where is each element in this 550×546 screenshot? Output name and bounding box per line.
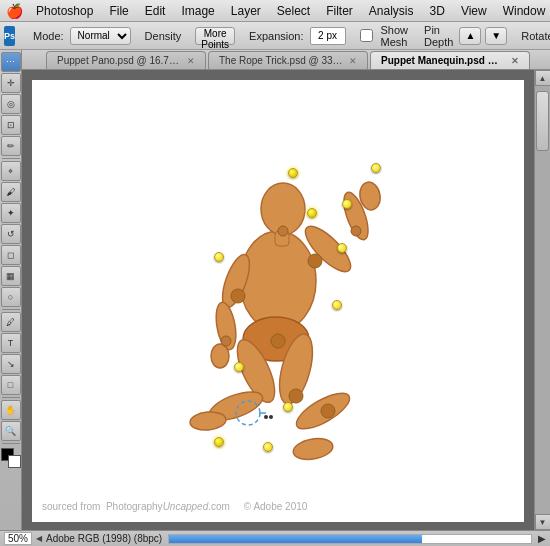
scroll-thumb[interactable] [536, 91, 549, 151]
tool-warp[interactable]: ⋯ [1, 52, 21, 72]
tab-1[interactable]: The Rope Trick.psd @ 33.3% (R... ✕ [208, 51, 368, 69]
pin-8[interactable] [283, 402, 293, 412]
menu-analysis[interactable]: Analysis [362, 2, 421, 20]
background-color[interactable] [8, 455, 21, 468]
status-menu-arrow[interactable]: ◀ [36, 534, 42, 543]
menu-edit[interactable]: Edit [138, 2, 173, 20]
menu-image[interactable]: Image [174, 2, 221, 20]
more-points-button[interactable]: More Points [195, 27, 235, 45]
tab-2-close[interactable]: ✕ [511, 56, 519, 66]
status-progress-bar [168, 534, 532, 544]
tool-stamp[interactable]: ✦ [1, 203, 21, 223]
menu-photoshop[interactable]: Photoshop [29, 2, 100, 20]
pin-depth-up-button[interactable]: ▲ [459, 27, 481, 45]
tab-2[interactable]: Puppet Manequin.psd @ 50% * ✕ [370, 51, 530, 69]
pin-3[interactable] [214, 252, 224, 262]
tab-bar: Puppet Pano.psd @ 16.7% (Mum... ✕ The Ro… [22, 50, 550, 70]
expansion-input[interactable] [310, 27, 346, 45]
status-info: Adobe RGB (1998) (8bpc) [46, 533, 162, 544]
apple-menu-icon[interactable]: 🍎 [6, 3, 23, 19]
show-mesh-label: Show Mesh [379, 24, 411, 48]
canvas-document: sourced from PhotographyUncapped.com © A… [32, 80, 524, 522]
foreground-background-colors[interactable] [1, 448, 21, 468]
mannequin-area: sourced from PhotographyUncapped.com © A… [32, 80, 524, 522]
workspace: sourced from PhotographyUncapped.com © A… [22, 70, 550, 530]
tool-move[interactable]: ✛ [1, 73, 21, 93]
tool-dodge[interactable]: ○ [1, 287, 21, 307]
rotate-label: Rotate [519, 30, 550, 42]
watermark: sourced from PhotographyUncapped.com © A… [42, 501, 307, 512]
scroll-track[interactable] [535, 86, 550, 514]
pin-6[interactable] [332, 300, 342, 310]
menu-bar: 🍎 Photoshop File Edit Image Layer Select… [0, 0, 550, 22]
tool-separator-3 [2, 397, 20, 398]
tool-separator-1 [2, 158, 20, 159]
menu-layer[interactable]: Layer [224, 2, 268, 20]
main-layout: ⋯ ✛ ◎ ⊡ ✏ ⌖ 🖌 ✦ ↺ ◻ ▦ ○ 🖊 T ↘ □ ✋ 🔍 Pupp… [0, 50, 550, 530]
ps-logo: Ps [4, 26, 15, 46]
toolbox: ⋯ ✛ ◎ ⊡ ✏ ⌖ 🖌 ✦ ↺ ◻ ▦ ○ 🖊 T ↘ □ ✋ 🔍 [0, 50, 22, 530]
canvas-area[interactable]: sourced from PhotographyUncapped.com © A… [22, 70, 550, 530]
tab-0[interactable]: Puppet Pano.psd @ 16.7% (Mum... ✕ [46, 51, 206, 69]
pin-depth-down-button[interactable]: ▼ [485, 27, 507, 45]
menu-3d[interactable]: 3D [423, 2, 452, 20]
mode-select[interactable]: Normal [70, 27, 131, 45]
status-progress-fill [169, 535, 422, 543]
status-right-arrow[interactable]: ▶ [538, 533, 546, 544]
tool-separator-2 [2, 309, 20, 310]
status-bar: 50% ◀ Adobe RGB (1998) (8bpc) ▶ [0, 530, 550, 546]
zoom-level[interactable]: 50% [4, 532, 32, 545]
tool-brush[interactable]: 🖌 [1, 182, 21, 202]
menu-file[interactable]: File [102, 2, 135, 20]
vertical-scrollbar: ▲ ▼ [534, 70, 550, 530]
menu-view[interactable]: View [454, 2, 494, 20]
scroll-up-arrow[interactable]: ▲ [535, 70, 551, 86]
pin-0[interactable] [288, 168, 298, 178]
scroll-down-arrow[interactable]: ▼ [535, 514, 551, 530]
tool-text[interactable]: T [1, 333, 21, 353]
show-mesh-checkbox[interactable] [360, 29, 373, 42]
pin-1[interactable] [307, 208, 317, 218]
pin-7[interactable] [234, 362, 244, 372]
pin-depth-label: Pin Depth [422, 24, 455, 48]
pin-5[interactable] [371, 163, 381, 173]
tool-path[interactable]: ↘ [1, 354, 21, 374]
tool-eraser[interactable]: ◻ [1, 245, 21, 265]
pin-2[interactable] [337, 243, 347, 253]
menu-select[interactable]: Select [270, 2, 317, 20]
tool-gradient[interactable]: ▦ [1, 266, 21, 286]
tab-0-close[interactable]: ✕ [187, 56, 195, 66]
pin-9[interactable] [214, 437, 224, 447]
density-label: Density [143, 30, 184, 42]
menu-filter[interactable]: Filter [319, 2, 360, 20]
tool-pen[interactable]: 🖊 [1, 312, 21, 332]
mode-label: Mode: [31, 30, 66, 42]
menu-window[interactable]: Window [496, 2, 550, 20]
tab-1-label: The Rope Trick.psd @ 33.3% (R... [219, 55, 344, 66]
tool-crop[interactable]: ⊡ [1, 115, 21, 135]
tool-separator-4 [2, 443, 20, 444]
expansion-label: Expansion: [247, 30, 305, 42]
tab-0-label: Puppet Pano.psd @ 16.7% (Mum... [57, 55, 182, 66]
tool-lasso[interactable]: ◎ [1, 94, 21, 114]
tool-history[interactable]: ↺ [1, 224, 21, 244]
pin-10[interactable] [263, 442, 273, 452]
tab-1-close[interactable]: ✕ [349, 56, 357, 66]
tool-shape[interactable]: □ [1, 375, 21, 395]
tool-heal[interactable]: ⌖ [1, 161, 21, 181]
pin-overlay [32, 80, 524, 522]
tab-2-label: Puppet Manequin.psd @ 50% * [381, 55, 506, 66]
pin-4[interactable] [342, 199, 352, 209]
tool-eyedropper[interactable]: ✏ [1, 136, 21, 156]
tool-hand[interactable]: ✋ [1, 400, 21, 420]
options-bar: Ps Mode: Normal Density More Points Expa… [0, 22, 550, 50]
tool-zoom[interactable]: 🔍 [1, 421, 21, 441]
